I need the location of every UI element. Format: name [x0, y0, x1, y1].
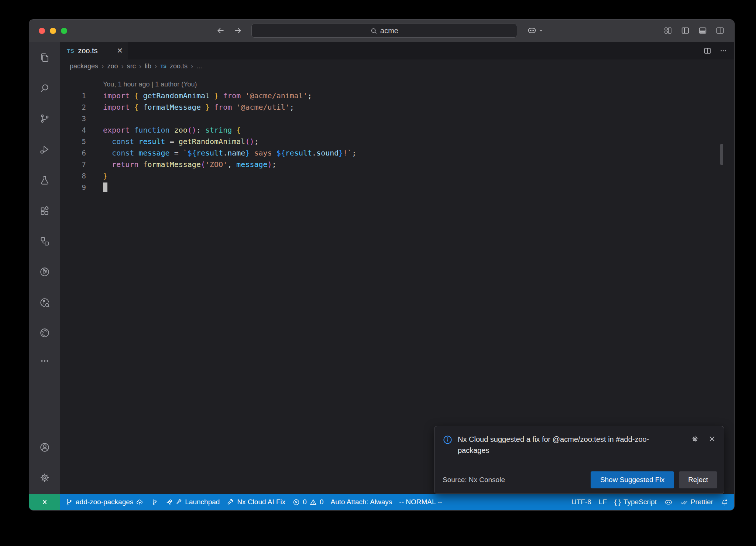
bell-dot-icon: [721, 498, 728, 506]
settings-gear-icon[interactable]: [37, 470, 53, 486]
maximize-window-button[interactable]: [61, 28, 67, 34]
code-lines: 1import { getRandomAnimal } from '@acme/…: [60, 90, 728, 193]
code-line[interactable]: 3: [60, 113, 728, 124]
scrollbar-thumb[interactable]: [720, 144, 723, 165]
close-tab-icon[interactable]: ✕: [117, 47, 123, 54]
tools-icon: [176, 499, 182, 505]
braces-icon: { }: [614, 498, 621, 506]
code-line[interactable]: 7 return formatMessage('ZOO', message);: [60, 159, 728, 170]
tab-zoo-ts[interactable]: TS zoo.ts ✕: [60, 42, 128, 59]
chevron-down-icon: [539, 28, 543, 33]
git-branch-icon: [65, 498, 73, 506]
code-area[interactable]: You, 1 hour ago | 1 author (You) 1import…: [60, 79, 728, 193]
breadcrumb-zoo[interactable]: zoo: [107, 62, 118, 70]
info-icon: [443, 435, 453, 445]
double-check-icon: [680, 498, 688, 506]
git-branch-item[interactable]: add-zoo-packages: [65, 498, 144, 506]
toggle-primary-sidebar-icon[interactable]: [681, 26, 690, 35]
reject-button[interactable]: Reject: [679, 471, 717, 488]
run-debug-icon[interactable]: [37, 141, 53, 158]
split-editor-icon[interactable]: [703, 47, 712, 55]
minimize-window-button[interactable]: [50, 28, 56, 34]
typescript-file-icon: TS: [160, 64, 166, 69]
code-line[interactable]: 4export function zoo(): string {: [60, 124, 728, 136]
notification-settings-gear-icon[interactable]: [691, 434, 700, 443]
code-line[interactable]: 9: [60, 182, 728, 193]
auto-attach-item[interactable]: Auto Attach: Always: [330, 498, 392, 506]
code-line[interactable]: 6 const message = `${result.name} says $…: [60, 147, 728, 159]
encoding-item[interactable]: UTF-8: [571, 498, 591, 506]
testing-beaker-icon[interactable]: [37, 172, 53, 188]
source-control-icon[interactable]: [37, 110, 53, 127]
toggle-panel-icon[interactable]: [698, 26, 707, 35]
formatter-item[interactable]: Prettier: [680, 498, 713, 506]
rocket-icon: [165, 498, 173, 506]
code-text: [86, 182, 107, 193]
line-number: 5: [60, 136, 86, 147]
vim-mode-item[interactable]: -- NORMAL --: [399, 498, 442, 506]
commit-graph-circle-icon[interactable]: [37, 264, 53, 280]
line-number: 8: [60, 170, 86, 182]
layout-controls: [663, 26, 725, 35]
status-bar-left: add-zoo-packages Launchpad Nx Cloud AI F…: [60, 498, 442, 506]
line-number: 3: [60, 113, 86, 124]
code-line[interactable]: 1import { getRandomAnimal } from '@acme/…: [60, 90, 728, 102]
warning-count: 0: [320, 498, 324, 506]
text-cursor: [103, 182, 107, 192]
line-number: 1: [60, 90, 86, 102]
breadcrumb-overflow[interactable]: ...: [196, 62, 202, 70]
breadcrumb-src[interactable]: src: [127, 62, 136, 70]
more-views-icon[interactable]: [37, 353, 53, 369]
wrench-icon: [227, 498, 234, 506]
command-center-search[interactable]: acme: [251, 24, 517, 38]
notification-close-icon[interactable]: [708, 434, 717, 443]
close-window-button[interactable]: [39, 28, 45, 34]
notification-message: Nx Cloud suggested a fix for @acme/zoo:t…: [458, 434, 670, 456]
breadcrumb-lib[interactable]: lib: [145, 62, 151, 70]
remote-indicator[interactable]: [29, 494, 60, 510]
code-line[interactable]: 2import { formatMessage } from '@acme/ut…: [60, 102, 728, 113]
edge-tools-icon[interactable]: [37, 325, 53, 341]
branch-name: add-zoo-packages: [76, 498, 133, 506]
search-value: acme: [380, 27, 398, 35]
language-mode-item[interactable]: { } TypeScript: [614, 498, 657, 506]
line-number: 9: [60, 182, 86, 193]
typescript-file-icon: TS: [67, 48, 74, 54]
code-text: const result = getRandomAnimal();: [86, 136, 259, 147]
more-actions-icon[interactable]: [719, 47, 728, 55]
breadcrumb-file[interactable]: zoo.ts: [170, 62, 188, 70]
nx-cloud-ai-fix-item[interactable]: Nx Cloud AI Fix: [227, 498, 285, 506]
extensions-icon[interactable]: [37, 203, 53, 219]
code-text: import { getRandomAnimal } from '@acme/a…: [86, 90, 312, 102]
window-controls: [39, 28, 67, 34]
code-line[interactable]: 8}: [60, 170, 728, 182]
tab-bar: TS zoo.ts ✕: [60, 42, 734, 59]
launchpad-label: Launchpad: [185, 498, 220, 506]
code-line[interactable]: 5 const result = getRandomAnimal();: [60, 136, 728, 147]
code-text: import { formatMessage } from '@acme/uti…: [86, 102, 294, 113]
line-number: 6: [60, 147, 86, 159]
code-text: [86, 113, 103, 124]
show-suggested-fix-button[interactable]: Show Suggested Fix: [591, 471, 674, 488]
navigate-forward-icon[interactable]: [233, 26, 243, 35]
toggle-secondary-sidebar-icon[interactable]: [715, 26, 725, 35]
copilot-menu-button[interactable]: [527, 25, 543, 35]
notifications-bell-item[interactable]: [721, 498, 728, 506]
line-number: 7: [60, 159, 86, 170]
explorer-icon[interactable]: [37, 50, 53, 66]
line-number: 2: [60, 102, 86, 113]
account-icon[interactable]: [37, 439, 53, 455]
eol-item[interactable]: LF: [599, 498, 607, 506]
commit-search-circle-icon[interactable]: [37, 294, 53, 311]
vscode-window: acme: [29, 19, 735, 511]
search-sidebar-icon[interactable]: [37, 80, 53, 96]
customize-layout-icon[interactable]: [663, 26, 673, 35]
navigate-back-icon[interactable]: [216, 26, 226, 35]
linked-squares-icon[interactable]: [37, 233, 53, 249]
problems-item[interactable]: 0 0: [292, 498, 323, 506]
breadcrumb-packages[interactable]: packages: [70, 62, 98, 70]
copilot-status-item[interactable]: [664, 498, 673, 506]
source-control-graph-item[interactable]: [151, 498, 158, 506]
errors-icon: [292, 498, 300, 506]
launchpad-item[interactable]: Launchpad: [165, 498, 220, 506]
